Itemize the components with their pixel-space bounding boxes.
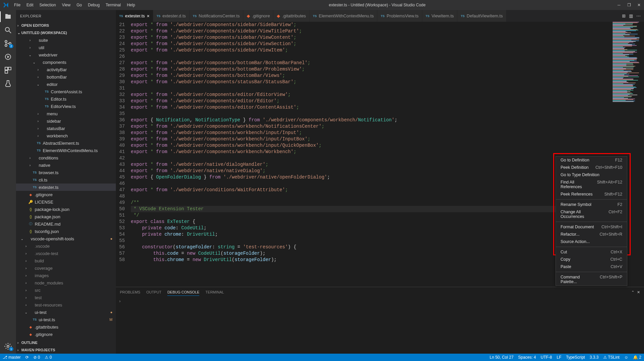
workspace-section[interactable]: ⌄UNTITLED (WORKSPACE) [16,29,116,36]
compare-icon[interactable]: ⊞ [622,13,626,18]
tree-item[interactable]: ›activityBar [16,66,116,73]
tree-item[interactable]: TSextester.ts [16,184,116,191]
ctx-go-to-type-definition[interactable]: Go to Type Definition [556,171,627,178]
errors-indicator[interactable]: ⊘ 0 [33,355,40,360]
tree-item[interactable]: {}tsconfig.json [16,228,116,235]
editor-tab[interactable]: TSextester.d.ts [153,10,190,22]
panel-close-icon[interactable]: ✕ [637,290,640,294]
open-editors-section[interactable]: ›OPEN EDITORS [16,22,116,29]
ctx-copy[interactable]: CopyCtrl+C [556,256,627,263]
ctx-peek-references[interactable]: Peek ReferencesShift+F12 [556,191,627,198]
editor-tab[interactable]: TSViewItem.ts [422,10,457,22]
tree-item[interactable]: ⌄components [16,58,116,66]
editor-tab[interactable]: TSNotificationsCenter.ts [190,10,243,22]
tree-item[interactable]: TSContentAssist.ts [16,88,116,95]
tree-item[interactable]: ›build [16,257,116,264]
cursor-position[interactable]: Ln 50, Col 27 [490,355,513,360]
explorer-icon[interactable] [4,13,12,21]
tree-item[interactable]: ›test-resources [16,301,116,309]
menu-help[interactable]: Help [124,1,138,9]
tree-item[interactable]: TSui-test.tsM [16,316,116,323]
more-icon[interactable]: ⋯ [636,13,641,18]
menu-debug[interactable]: Debug [85,1,102,9]
tree-item[interactable]: ◆.gitignore [16,331,116,338]
panel-tab-problems[interactable]: PROBLEMS [120,289,140,295]
tree-item[interactable]: {}package-lock.json [16,206,116,213]
ctx-source-action-[interactable]: Source Action... [556,238,627,245]
menu-go[interactable]: Go [74,1,84,9]
minimize-button[interactable]: ─ [617,3,621,7]
editor-tab[interactable]: TSextester.ts× [116,10,153,22]
tslint-indicator[interactable]: ⚠ TSLint [603,355,620,360]
tree-item[interactable]: 🔑LICENSE [16,198,116,206]
debug-icon[interactable] [4,53,12,61]
breadcrumb[interactable]: › [116,297,644,305]
split-icon[interactable]: ▥ [629,13,633,18]
tree-item[interactable]: ›src [16,286,116,294]
menu-selection[interactable]: Selection [37,1,58,9]
maximize-button[interactable]: ❐ [627,3,631,7]
menu-file[interactable]: File [11,1,23,9]
scm-icon[interactable]: 2 [4,39,12,47]
editor-context-menu[interactable]: Go to DefinitionF12Peek DefinitionCtrl+S… [556,156,627,286]
tree-item[interactable]: ⓘREADME.md [16,220,116,228]
ctx-refactor-[interactable]: Refactor...Ctrl+Shift+R [556,231,627,238]
spaces-indicator[interactable]: Spaces: 4 [518,355,536,360]
ctx-peek-definition[interactable]: Peek DefinitionCtrl+Shift+F10 [556,164,627,171]
tree-item[interactable]: ›workbench [16,132,116,139]
extensions-icon[interactable] [4,66,12,74]
test-icon[interactable] [4,80,12,88]
ctx-find-all-references[interactable]: Find All ReferencesShift+Alt+F12 [556,178,627,191]
editor-tab[interactable]: TSProblemsView.ts [377,10,422,22]
tree-item[interactable]: TScli.ts [16,176,116,184]
ctx-go-to-definition[interactable]: Go to DefinitionF12 [556,156,627,164]
outline-section[interactable]: ›OUTLINE [16,339,116,346]
notifications-icon[interactable]: 🔔 2 [633,355,641,360]
menu-edit[interactable]: Edit [24,1,36,9]
editor-tab[interactable]: ◆.gitattributes [273,10,309,22]
tree-item[interactable]: ›util [16,44,116,51]
editor-tab[interactable]: ◆.gitignore [243,10,273,22]
tree-item[interactable]: TSElementWithContextMenu.ts [16,147,116,154]
tree-item[interactable]: {}package.json [16,213,116,220]
tree-item[interactable]: TSAbstractElement.ts [16,139,116,147]
tree-item[interactable]: ›sidebar [16,117,116,125]
panel-maximize-icon[interactable]: ⌃ [631,290,634,294]
tree-item[interactable]: ›conditions [16,154,116,161]
close-button[interactable]: ✕ [637,3,641,7]
search-icon[interactable] [4,26,12,34]
tree-item[interactable]: ›statusBar [16,125,116,132]
feedback-icon[interactable]: ☺ [624,355,628,360]
eol-indicator[interactable]: LF [557,355,561,360]
branch-indicator[interactable]: ⎇ master [3,355,21,360]
close-tab-icon[interactable]: × [147,13,150,19]
tree-item[interactable]: ›menu [16,110,116,117]
tree-item[interactable]: ›test [16,294,116,301]
editor-tab[interactable]: TSDefaultViewItem.ts [457,10,506,22]
tree-item[interactable]: ›.vscode [16,242,116,250]
ctx-rename-symbol[interactable]: Rename SymbolF2 [556,201,627,208]
ctx-format-document[interactable]: Format DocumentCtrl+Shift+I [556,223,627,231]
tree-item[interactable]: ◆.gitattributes [16,323,116,331]
ctx-paste[interactable]: PasteCtrl+V [556,263,627,270]
encoding-indicator[interactable]: UTF-8 [541,355,552,360]
ctx-change-all-occurrences[interactable]: Change All OccurrencesCtrl+F2 [556,208,627,220]
language-indicator[interactable]: TypeScript [566,355,585,360]
tree-item[interactable]: ›images [16,272,116,279]
sync-button[interactable]: ⟳ [25,355,29,360]
maven-section[interactable]: ›MAVEN PROJECTS [16,346,116,354]
tree-item[interactable]: ›coverage [16,264,116,272]
panel-tab-output[interactable]: OUTPUT [146,289,161,295]
tree-item[interactable]: ›native [16,161,116,169]
menu-view[interactable]: View [59,1,73,9]
settings-icon[interactable]: 1 [4,342,12,350]
warnings-indicator[interactable]: ⚠ 0 [45,355,52,360]
panel-tab-terminal[interactable]: TERMINAL [205,289,224,295]
menu-terminal[interactable]: Terminal [103,1,124,9]
ctx-cut[interactable]: CutCtrl+X [556,248,627,256]
tree-item[interactable]: ◆.gitignore [16,191,116,198]
tree-item[interactable]: ›suite [16,36,116,44]
tree-item[interactable]: ›node_modules [16,279,116,286]
tree-item[interactable]: ⌄ui-test● [16,309,116,316]
tree-item[interactable]: ›bottomBar [16,73,116,81]
